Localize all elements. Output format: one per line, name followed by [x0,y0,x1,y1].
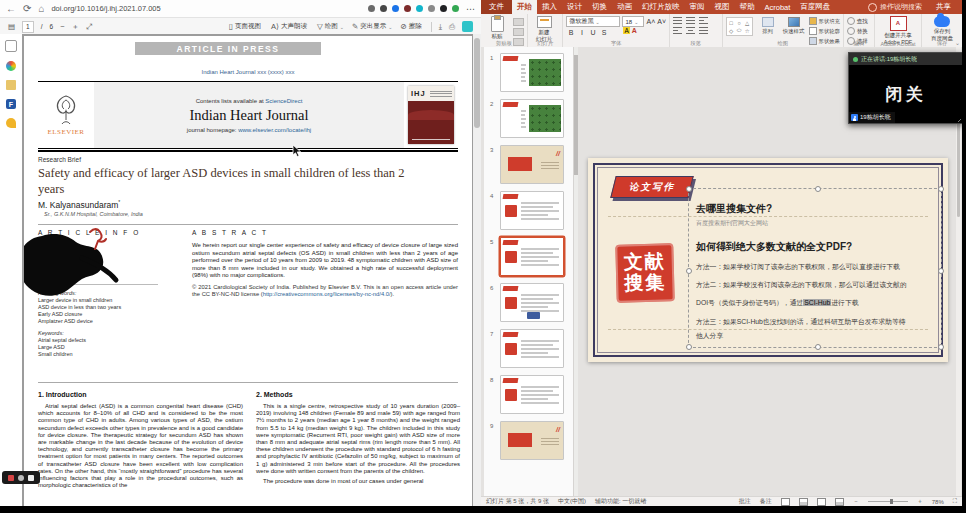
ribbon-tab[interactable]: 百度网盘 [795,0,835,14]
method-line-1[interactable]: 方法一：如果学校订阅了该杂志的下载权限，那么可以直接进行下载 [696,262,906,272]
tell-me-search[interactable]: 操作说明搜索 [862,2,928,12]
extension-icon[interactable] [392,5,399,12]
address-bar[interactable]: doi.org/10.1016/j.ihj.2021.07.005 [51,4,361,13]
new-slide-button[interactable]: 新建 幻灯片 [531,16,557,43]
resize-handle[interactable] [938,268,944,274]
ribbon-tab[interactable]: 幻灯片放映 [637,0,685,14]
resize-handle[interactable] [815,186,821,192]
camera-icon[interactable] [18,475,24,481]
slide-thumbnail[interactable]: 1 // [500,53,564,92]
ribbon-tab[interactable]: 切换 [587,0,612,14]
meeting-overlay-window[interactable]: 正在讲话:19栋胡长晓 闭关 19栋胡长晓 [848,52,962,124]
reading-view-icon[interactable] [817,498,826,506]
justify-icon[interactable] [699,27,708,34]
align-center-icon[interactable] [686,27,695,34]
cut-icon[interactable] [513,18,524,26]
pdf-tool-button[interactable]: ✎ 突出显示 ⌄ [352,22,393,31]
extension-icon[interactable] [452,5,459,12]
zoom-out-button[interactable]: － [853,497,859,506]
pinwheel-app-icon[interactable] [6,61,16,71]
meeting-titlebar[interactable]: 正在讲话:19栋胡长晓 [849,53,962,65]
copy-icon[interactable] [513,28,524,36]
window-icon[interactable] [5,40,17,52]
sciencedirect-link[interactable]: ScienceDirect [265,98,302,104]
indent-icon[interactable] [699,17,708,24]
resize-handle[interactable] [686,186,692,192]
refresh-icon[interactable]: ⟳ [23,4,31,14]
running-head-link[interactable]: Indian Heart Journal xxx (xxxx) xxx [24,69,472,75]
record-icon[interactable] [8,475,14,481]
quick-styles-button[interactable]: 快速样式 [783,17,805,35]
font-style-button[interactable]: U [588,29,597,36]
folder-icon[interactable] [6,80,16,90]
extension-icon[interactable] [416,5,423,12]
slide-thumbnail[interactable]: 4 // [500,191,564,230]
slide-canvas[interactable]: 论文写作 文献 搜集 去哪里搜集文件? 百度搜索期刊官网大全网站 [588,158,948,362]
normal-view-icon[interactable] [781,498,790,506]
font-style-button[interactable]: B [566,29,575,36]
question-1[interactable]: 去哪里搜集文件? [696,202,772,216]
literature-stamp[interactable]: 文献 搜集 [615,243,674,302]
page-number-input[interactable]: 1 [22,21,34,33]
replace-button[interactable]: 替换 [847,27,868,35]
zoom-in-icon[interactable]: ＋ [72,22,80,32]
save-icon[interactable]: ⤓ [439,22,442,32]
extension-icon[interactable] [368,5,375,12]
ribbon-tab[interactable]: 文件 [481,0,512,14]
shapes-gallery[interactable]: □○△ ◇⬭☆ [726,17,753,36]
slide-thumbnail[interactable]: 2 // [500,99,564,138]
resize-handle[interactable] [686,344,692,350]
font-style-button[interactable]: I [577,29,586,36]
font-name-select[interactable]: 微软雅黑 ⌄ [566,16,620,27]
slide-topic-badge[interactable]: 论文写作 [610,176,693,198]
language-status[interactable]: 中文(中国) [558,497,586,506]
collapse-ribbon-icon[interactable]: ⌄ [955,39,960,46]
font-size-select[interactable]: 18 ⌄ [622,16,644,27]
ribbon-tab[interactable]: 视图 [710,0,735,14]
comments-button[interactable]: 批注 [739,497,751,506]
method-line-3[interactable]: DOI号（类似于身份证号码），通过SCI-Hub进行下载 [696,298,906,308]
grow-font-icon[interactable]: A˄ [646,18,655,25]
ribbon-tab[interactable]: 动画 [612,0,637,14]
slide-thumbnail[interactable]: 9 // [500,421,564,460]
highlight-color-icon[interactable]: A [623,27,629,34]
fit-page-icon[interactable]: ⤢ [86,22,92,32]
zoom-out-icon[interactable]: − [60,22,64,31]
ribbon-tab[interactable]: Acrobat [760,0,796,14]
extension-icon[interactable] [428,5,435,12]
zoom-slider[interactable] [868,501,908,502]
ribbon-tab[interactable]: 帮助 [735,0,760,14]
print-icon[interactable]: ⎙ [449,22,455,32]
pdf-scrollbar-thumb[interactable] [474,38,480,128]
pdf-tool-button[interactable]: ▽ 绘图 ⌄ [317,22,344,31]
ribbon-tab[interactable]: 设计 [562,0,587,14]
toc-icon[interactable]: ▤ [8,22,15,31]
fit-slide-icon[interactable]: ⛶ [953,498,957,505]
panel-scrollbar-thumb[interactable] [574,55,578,175]
resize-grip[interactable] [955,116,961,122]
align-left-icon[interactable] [673,27,682,34]
shape-outline-button[interactable]: 形状轮廓 [809,27,840,35]
numbering-icon[interactable] [686,17,695,24]
notes-icon[interactable] [28,475,34,481]
home-icon[interactable]: ⌂ [38,4,44,14]
cc-license-link[interactable]: http://creativecommons.org/licenses/by-n… [263,291,391,297]
extension-icon[interactable] [404,5,411,12]
font-style-button[interactable]: S [599,29,608,36]
ribbon-tab[interactable]: 审阅 [685,0,710,14]
homepage-link[interactable]: www.elsevier.com/locate/ihj [238,127,311,133]
dictionary-extension-icon[interactable] [462,21,473,32]
arrange-button[interactable]: 排列 [757,17,779,35]
slide-thumbnail[interactable]: 8 // [500,375,564,414]
extension-icon[interactable] [380,5,387,12]
resize-handle[interactable] [686,268,692,274]
bullets-icon[interactable] [673,17,682,24]
method-line-4[interactable]: 方法三：如果SCI-Hub也没找到的话，通过科研互助平台发布求助等待 [696,317,906,327]
pdf-tool-button[interactable]: ⊘ 擦除 [400,22,423,31]
slide-thumbnail[interactable]: 7 // [500,329,564,368]
pdf-scrollbar[interactable] [473,34,481,506]
accessibility-status[interactable]: 辅助功能: 一切就绪 [595,497,646,506]
slide-sorter-icon[interactable] [799,498,808,506]
slide-thumbnail[interactable]: 3 // [500,145,564,184]
zoom-slider-handle[interactable] [890,499,893,504]
